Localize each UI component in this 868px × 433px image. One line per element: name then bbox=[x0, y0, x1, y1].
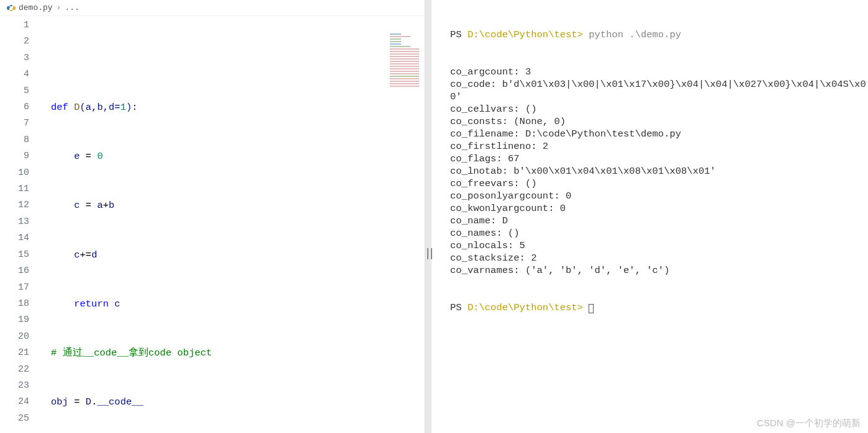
line-number: 19 bbox=[0, 312, 29, 328]
line-number: 11 bbox=[0, 181, 29, 197]
line-number: 12 bbox=[0, 197, 29, 213]
line-number: 18 bbox=[0, 296, 29, 312]
prompt-path: D:\code\Python\test> bbox=[468, 29, 589, 40]
code-line[interactable] bbox=[51, 50, 425, 66]
num: 1 bbox=[120, 102, 126, 113]
line-number: 15 bbox=[0, 247, 29, 263]
code-comment[interactable]: # 通过__code__拿到code object bbox=[51, 345, 425, 361]
line-number: 21 bbox=[0, 345, 29, 361]
line-number: 9 bbox=[0, 148, 29, 164]
terminal-output: co_argcount: 3co_code: b'd\x01\x03|\x00|… bbox=[450, 66, 867, 277]
line-number: 16 bbox=[0, 263, 29, 279]
terminal-output-line: co_posonlyargcount: 0 bbox=[450, 190, 867, 202]
prompt-prefix: PS bbox=[450, 29, 468, 40]
terminal-output-line: co_code: b'd\x01\x03|\x00|\x01\x17\x00}\… bbox=[450, 78, 867, 103]
line-number: 20 bbox=[0, 329, 29, 345]
terminal-output-line: co_filename: D:\code\Python\test\demo.py bbox=[450, 128, 867, 140]
watermark-text: CSDN @一个初学的萌新 bbox=[757, 417, 861, 429]
chevron-right-icon: › bbox=[57, 3, 61, 12]
code-line[interactable]: obj = D.__code__ bbox=[51, 394, 425, 410]
code-line[interactable]: c+=d bbox=[51, 247, 425, 263]
svg-point-0 bbox=[9, 4, 10, 5]
terminal-output-line: co_flags: 67 bbox=[450, 153, 867, 165]
terminal-output-line: co_name: D bbox=[450, 215, 867, 227]
code-line[interactable]: def D(a,b,d=1): bbox=[51, 99, 425, 115]
line-number: 13 bbox=[0, 214, 29, 230]
cursor-icon bbox=[589, 304, 594, 313]
code-line[interactable]: c = a+b bbox=[51, 197, 425, 213]
line-number: 25 bbox=[0, 411, 29, 427]
code-content[interactable]: def D(a,b,d=1): e = 0 c = a+b c+=d retur… bbox=[51, 16, 425, 433]
line-number: 14 bbox=[0, 230, 29, 246]
terminal-line: PS D:\code\Python\test> python .\demo.py bbox=[450, 29, 867, 41]
line-number: 8 bbox=[0, 132, 29, 148]
line-number: 7 bbox=[0, 115, 29, 132]
line-number: 22 bbox=[0, 362, 29, 378]
line-number: 1 bbox=[0, 17, 29, 33]
editor-pane[interactable]: demo.py › ... 12345678910111213141516171… bbox=[0, 0, 425, 433]
prompt-prefix: PS bbox=[450, 302, 468, 313]
breadcrumb-file[interactable]: demo.py bbox=[19, 3, 53, 12]
breadcrumb[interactable]: demo.py › ... bbox=[0, 0, 425, 16]
fn-name: D bbox=[74, 102, 79, 113]
terminal-output-line: co_lnotab: b'\x00\x01\x04\x01\x08\x01\x0… bbox=[450, 165, 867, 177]
params-open: (a,b,d= bbox=[80, 102, 120, 113]
terminal-output-line: co_cellvars: () bbox=[450, 103, 867, 115]
terminal-output-line: co_nlocals: 5 bbox=[450, 239, 867, 252]
line-number: 5 bbox=[0, 83, 29, 99]
line-number: 10 bbox=[0, 165, 29, 181]
terminal-output-line: co_firstlineno: 2 bbox=[450, 140, 867, 153]
line-number: 3 bbox=[0, 50, 29, 66]
line-number-gutter: 1234567891011121314151617181920212223242… bbox=[0, 16, 40, 433]
line-number: 17 bbox=[0, 280, 29, 296]
terminal-output-line: co_kwonlyargcount: 0 bbox=[450, 202, 867, 215]
pane-splitter[interactable] bbox=[425, 0, 432, 433]
command-text: python .\demo.py bbox=[589, 29, 681, 40]
terminal-output-line: co_names: () bbox=[450, 227, 867, 239]
code-line[interactable]: e = 0 bbox=[51, 148, 425, 164]
code-line[interactable]: return c bbox=[51, 296, 425, 312]
terminal-line[interactable]: PS D:\code\Python\test> bbox=[450, 301, 867, 314]
line-number: 24 bbox=[0, 394, 29, 410]
terminal-output-line: co_varnames: ('a', 'b', 'd', 'e', 'c') bbox=[450, 264, 867, 277]
terminal-output-line: co_freevars: () bbox=[450, 177, 867, 190]
terminal-output-line: co_argcount: 3 bbox=[450, 66, 867, 78]
kw-def: def bbox=[51, 102, 74, 113]
terminal-pane[interactable]: PS D:\code\Python\test> python .\demo.py… bbox=[432, 0, 868, 433]
line-number: 4 bbox=[0, 66, 29, 83]
params-close: ): bbox=[126, 102, 138, 113]
line-number: 2 bbox=[0, 33, 29, 50]
terminal-output-line: co_stacksize: 2 bbox=[450, 252, 867, 264]
python-file-icon bbox=[6, 3, 16, 13]
prompt-path: D:\code\Python\test> bbox=[468, 302, 589, 313]
terminal-output-line: co_consts: (None, 0) bbox=[450, 115, 867, 128]
line-number: 6 bbox=[0, 99, 29, 115]
line-number: 23 bbox=[0, 378, 29, 394]
code-area[interactable]: 1234567891011121314151617181920212223242… bbox=[0, 16, 425, 433]
minimap[interactable] bbox=[387, 32, 425, 156]
svg-point-1 bbox=[12, 11, 12, 11]
breadcrumb-more[interactable]: ... bbox=[65, 3, 79, 12]
